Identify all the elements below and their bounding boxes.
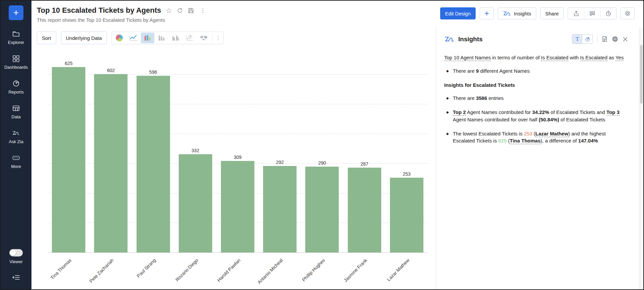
sidebar-item-more[interactable]: More bbox=[11, 154, 21, 169]
xlabel-slot: Tina Thomas bbox=[48, 253, 90, 290]
pie-chart-button[interactable] bbox=[113, 33, 126, 43]
text-view-button[interactable]: T bbox=[572, 35, 582, 44]
sidebar-item-ask-zia[interactable]: Ask Zia bbox=[9, 129, 23, 144]
insights-body: Top 10 Agent Names in terms of number of… bbox=[444, 54, 628, 144]
insight-bullet: ◆Top 2 Agent Names contributed for 34.22… bbox=[444, 109, 628, 123]
stacked-bar-button[interactable] bbox=[155, 33, 168, 43]
insight-term[interactable]: Top 10 bbox=[444, 55, 459, 61]
save-icon[interactable] bbox=[188, 7, 194, 14]
export-button[interactable] bbox=[568, 8, 584, 19]
controls-divider bbox=[597, 36, 597, 42]
bar-value-label: 625 bbox=[65, 61, 72, 66]
bar[interactable] bbox=[263, 166, 297, 253]
insights-view-toggle: T bbox=[572, 34, 593, 44]
sort-button[interactable]: Sort bbox=[37, 32, 56, 44]
bar[interactable] bbox=[348, 168, 381, 253]
x-axis-label: Pete Zachariah bbox=[88, 257, 114, 284]
bar-slot: 292 bbox=[259, 45, 301, 253]
zia-icon bbox=[503, 10, 511, 17]
insights-close-button[interactable] bbox=[623, 37, 628, 42]
underlying-data-button[interactable]: Underlying Data bbox=[61, 32, 107, 44]
bullet-diamond-icon: ◆ bbox=[446, 96, 449, 102]
sidebar-item-data[interactable]: Data bbox=[11, 105, 20, 119]
settings-button[interactable] bbox=[621, 7, 635, 19]
sidebar-item-reports[interactable]: Reports bbox=[8, 80, 24, 95]
grouped-bar-icon bbox=[172, 35, 180, 41]
create-new-button[interactable]: + bbox=[9, 5, 23, 20]
line-chart-icon bbox=[129, 34, 138, 42]
bar[interactable] bbox=[221, 161, 254, 253]
insights-summary-button[interactable] bbox=[602, 36, 608, 42]
insight-heading: Insights for Escalated Tickets bbox=[444, 81, 628, 89]
bar[interactable] bbox=[179, 154, 212, 253]
scatter-plot-icon bbox=[186, 35, 194, 41]
zia-insights-label: Insights bbox=[514, 11, 531, 16]
bar-slot: 602 bbox=[90, 45, 132, 253]
bar-chart-button[interactable] bbox=[141, 33, 154, 43]
bar-slot: 596 bbox=[132, 45, 174, 253]
insight-term[interactable]: Tina Thomas bbox=[510, 138, 541, 144]
insights-language-button[interactable] bbox=[612, 36, 618, 42]
bar[interactable] bbox=[305, 167, 339, 253]
insight-term[interactable]: Agent Names bbox=[460, 55, 491, 61]
sidebar-item-explorer[interactable]: Explorer bbox=[8, 30, 24, 45]
bar[interactable] bbox=[94, 74, 128, 253]
zia-icon bbox=[12, 129, 20, 137]
favorite-star-icon[interactable]: ☆ bbox=[166, 7, 172, 14]
sidebar-item-label: Data bbox=[11, 114, 20, 119]
bar-slot: 290 bbox=[301, 45, 343, 253]
x-axis-label: Rozario Diego bbox=[174, 257, 199, 282]
x-axis-label: Tina Thomas bbox=[50, 257, 73, 281]
insight-term[interactable]: Is Escalated bbox=[541, 55, 568, 61]
edit-design-button[interactable]: Edit Design bbox=[440, 7, 476, 19]
insights-header: Insights T bbox=[444, 34, 628, 44]
x-axis-label: Antanio Micheal bbox=[256, 257, 284, 285]
add-report-button[interactable]: + bbox=[480, 7, 494, 19]
insight-bullet: ◆There are 3586 entries bbox=[444, 95, 628, 102]
x-axis-label: Paul Strang bbox=[136, 257, 157, 279]
sidebar-item-label: Dashboards bbox=[4, 65, 28, 70]
x-axis-label: Jasmine Frank bbox=[343, 257, 368, 283]
bar[interactable] bbox=[390, 178, 423, 253]
sidebar: + Explorer Dashboards Reports Data Ask Z… bbox=[1, 1, 31, 289]
chart-view-button[interactable] bbox=[582, 35, 592, 44]
bar[interactable] bbox=[137, 76, 170, 253]
sidebar-item-label: Explorer bbox=[8, 40, 24, 45]
toolbar-divider bbox=[212, 34, 213, 42]
chart-type-more-button[interactable]: ⋮ bbox=[214, 35, 223, 41]
bar[interactable] bbox=[52, 67, 85, 253]
comments-button[interactable] bbox=[584, 8, 600, 19]
insight-term[interactable]: Yes bbox=[616, 55, 624, 61]
share-button[interactable]: Share bbox=[540, 7, 564, 19]
plot-area: 625602596332309292290287253 bbox=[48, 45, 428, 253]
insight-term[interactable]: Top 3 bbox=[607, 109, 620, 116]
document-icon bbox=[602, 36, 608, 42]
insight-term[interactable]: Lazar Mathew bbox=[536, 131, 568, 137]
chart-type-group: ⋮ bbox=[111, 32, 224, 44]
sidebar-item-dashboards[interactable]: Dashboards bbox=[4, 55, 28, 70]
line-chart-button[interactable] bbox=[127, 33, 140, 43]
refresh-icon[interactable] bbox=[177, 7, 183, 14]
globe-icon bbox=[612, 36, 618, 42]
bar-slot: 625 bbox=[48, 45, 90, 253]
zia-insights-button[interactable]: Insights bbox=[498, 7, 536, 19]
map-chart-icon bbox=[199, 35, 208, 41]
viewer-mode-toggle[interactable] bbox=[9, 249, 23, 256]
chart-toolbar: Sort Underlying Data bbox=[37, 32, 436, 44]
map-chart-button[interactable] bbox=[197, 33, 211, 43]
bar-value-label: 290 bbox=[318, 160, 326, 166]
xlabel-slot: Pete Zachariah bbox=[90, 253, 132, 290]
sidebar-collapse-button[interactable] bbox=[12, 274, 20, 282]
page-title: Top 10 Escalated Tickets by Agents bbox=[37, 6, 161, 15]
title-more-menu[interactable]: ⋮ bbox=[199, 7, 207, 14]
insight-term[interactable]: Is Escalated bbox=[580, 55, 608, 61]
xlabel-slot: Phillip Hughes bbox=[301, 253, 343, 290]
report-header: Top 10 Escalated Tickets by Agents ☆ ⋮ T… bbox=[31, 1, 643, 27]
bar-value-label: 253 bbox=[403, 171, 410, 177]
scatter-plot-button[interactable] bbox=[183, 33, 196, 43]
grouped-bar-button[interactable] bbox=[169, 33, 182, 43]
schedule-alarm-button[interactable] bbox=[600, 8, 616, 19]
bar-slot: 253 bbox=[386, 45, 428, 253]
insight-term[interactable]: Top 2 bbox=[453, 109, 466, 116]
scrollbar-thumb[interactable] bbox=[640, 45, 643, 104]
